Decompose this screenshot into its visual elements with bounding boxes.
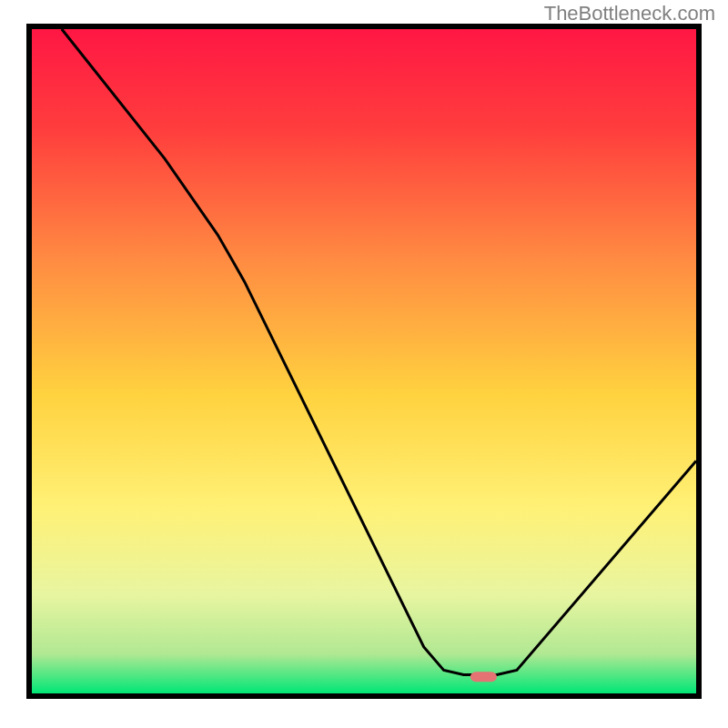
chart-container: TheBottleneck.com bbox=[0, 0, 728, 728]
border-right bbox=[696, 24, 702, 699]
watermark-text: TheBottleneck.com bbox=[544, 2, 715, 25]
border-left bbox=[26, 24, 32, 699]
plot-background bbox=[32, 29, 696, 693]
border-bottom bbox=[26, 693, 702, 699]
optimal-marker bbox=[470, 672, 497, 682]
chart-svg bbox=[0, 0, 728, 728]
